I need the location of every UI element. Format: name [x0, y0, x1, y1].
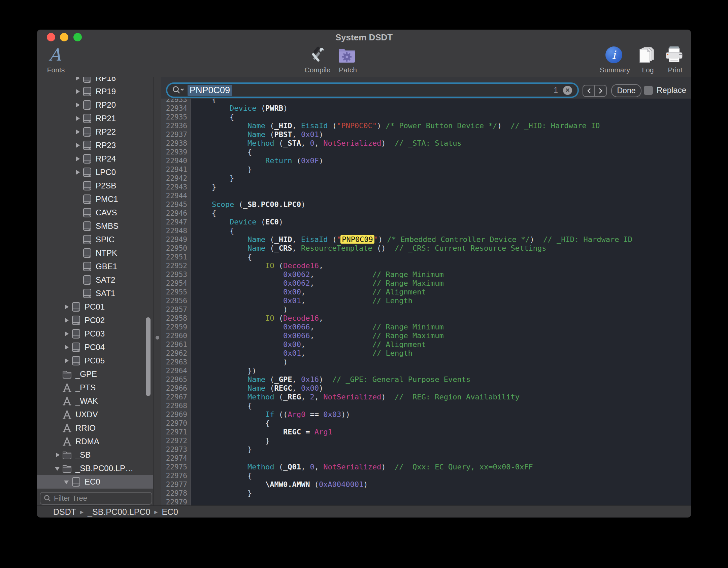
tree-item-label: PC04	[85, 343, 105, 352]
tree-item[interactable]: SAT1	[37, 287, 153, 300]
disclosure-triangle[interactable]	[75, 156, 82, 162]
tree-item[interactable]: P2SB	[37, 179, 153, 192]
tree-item-label: SPIC	[96, 235, 114, 244]
pane-splitter[interactable]	[153, 77, 162, 505]
code-text: {	[191, 471, 252, 480]
disclosure-triangle[interactable]	[64, 331, 71, 337]
line-number: 22969	[161, 410, 191, 419]
tree-item[interactable]: _WAK	[37, 394, 153, 408]
disclosure-triangle[interactable]	[64, 317, 71, 323]
line-number: 22966	[161, 384, 191, 393]
disclosure-triangle[interactable]	[75, 142, 82, 148]
code-line: 22976 {	[161, 471, 691, 480]
disclosure-triangle[interactable]	[75, 102, 82, 108]
tree-item[interactable]: RP21	[37, 112, 153, 125]
tree-item[interactable]: GBE1	[37, 260, 153, 273]
fonts-button[interactable]: A Fonts	[40, 44, 70, 77]
disclosure-triangle[interactable]	[55, 452, 62, 458]
tree-item[interactable]: UXDV	[37, 408, 153, 421]
tree-item[interactable]: RRIO	[37, 421, 153, 435]
code-editor[interactable]: 22933 { 22934 Device (PWRB) 22935 { 2293…	[161, 99, 691, 505]
tree-item[interactable]: LPC0	[37, 166, 153, 179]
breadcrumb-item[interactable]: EC0	[162, 507, 178, 517]
disclosure-triangle[interactable]	[75, 77, 82, 81]
done-button[interactable]: Done	[611, 84, 641, 97]
tree-item[interactable]: _SB	[37, 448, 153, 462]
patch-button[interactable]: Patch	[329, 44, 364, 77]
line-number: 22962	[161, 349, 191, 358]
search-menu-icon[interactable]	[172, 86, 184, 95]
line-number: 22976	[161, 471, 191, 480]
find-previous-button[interactable]	[583, 85, 594, 96]
splitter-handle-dot[interactable]	[156, 336, 159, 340]
line-number: 22955	[161, 288, 191, 296]
tree-item[interactable]: PMC1	[37, 192, 153, 206]
tree-item[interactable]: RP18	[37, 77, 153, 85]
search-query-text: PNP0C09	[188, 85, 232, 96]
line-number: 22956	[161, 296, 191, 305]
breadcrumb-item[interactable]: DSDT	[53, 507, 76, 517]
code-line: 22970 {	[161, 419, 691, 428]
filter-tree-input[interactable]: Filter Tree	[40, 492, 152, 505]
line-number: 22974	[161, 454, 191, 463]
tree-item[interactable]: EC0	[37, 475, 153, 489]
disclosure-triangle[interactable]	[75, 129, 82, 135]
sidebar-scrollbar[interactable]	[146, 317, 151, 396]
clear-search-button[interactable]: ✕	[563, 86, 572, 95]
print-button[interactable]: Print	[661, 44, 688, 77]
line-number: 22944	[161, 191, 191, 200]
disclosure-triangle[interactable]	[75, 88, 82, 95]
tree-item[interactable]: CAVS	[37, 206, 153, 219]
breadcrumb-separator: ▸	[80, 508, 84, 516]
code-line: 22961 0x00, // Alignment	[161, 340, 691, 349]
code-text: {	[191, 419, 270, 428]
replace-label[interactable]: Replace	[657, 85, 686, 95]
log-button[interactable]: Log	[635, 44, 659, 77]
tree-item[interactable]: _GPE	[37, 367, 153, 381]
search-input[interactable]: PNP0C09 1 ✕	[166, 82, 579, 98]
tree-item[interactable]: _SB.PC00.LP…	[37, 462, 153, 475]
tree-item-label: RP24	[96, 154, 116, 164]
tree-item[interactable]: RP19	[37, 85, 153, 98]
summary-button[interactable]: i Summary	[593, 44, 634, 77]
breadcrumb-item[interactable]: _SB.PC00.LPC0	[88, 507, 150, 517]
tree-item[interactable]: PC05	[37, 354, 153, 367]
device-icon	[82, 127, 94, 137]
disclosure-triangle[interactable]	[55, 465, 62, 471]
tree-item[interactable]: SMBS	[37, 219, 153, 233]
line-number: 22971	[161, 428, 191, 436]
tree-item-label: _PTS	[75, 383, 96, 392]
tree-item[interactable]: RP22	[37, 125, 153, 139]
tree-item[interactable]: RP24	[37, 152, 153, 166]
tree-item[interactable]: SPIC	[37, 233, 153, 246]
tree-item[interactable]: NTPK	[37, 246, 153, 260]
disclosure-triangle[interactable]	[64, 358, 71, 364]
disclosure-triangle[interactable]	[75, 169, 82, 175]
code-line: 22940 Return (0x0F)	[161, 156, 691, 165]
tree-item[interactable]: PC01	[37, 300, 153, 314]
replace-checkbox[interactable]	[644, 86, 653, 95]
code-line: 22938 Method (_STA, 0, NotSerialized) //…	[161, 139, 691, 148]
code-text: )	[191, 358, 288, 366]
tree-item[interactable]: PC04	[37, 341, 153, 354]
find-next-button[interactable]	[594, 85, 606, 96]
tree-item[interactable]: _PTS	[37, 381, 153, 394]
code-line: 22943 }	[161, 183, 691, 191]
tree-item[interactable]: RDMA	[37, 435, 153, 448]
tree-item[interactable]: PC03	[37, 327, 153, 341]
tree-item-label: PMC1	[96, 194, 118, 204]
tree-item[interactable]: RP23	[37, 139, 153, 152]
disclosure-triangle[interactable]	[75, 115, 82, 121]
line-number: 22952	[161, 261, 191, 270]
line-number: 22943	[161, 183, 191, 191]
disclosure-triangle[interactable]	[64, 304, 71, 310]
method-icon	[62, 423, 73, 433]
tree-item[interactable]: PC02	[37, 314, 153, 327]
code-line: 22960 0x0066, // Range Maximum	[161, 331, 691, 340]
tree-item[interactable]: SAT2	[37, 273, 153, 287]
tree-item[interactable]: RP20	[37, 98, 153, 112]
disclosure-triangle[interactable]	[64, 344, 71, 350]
line-number: 22959	[161, 323, 191, 331]
disclosure-triangle[interactable]	[64, 479, 71, 485]
line-number: 22947	[161, 218, 191, 226]
